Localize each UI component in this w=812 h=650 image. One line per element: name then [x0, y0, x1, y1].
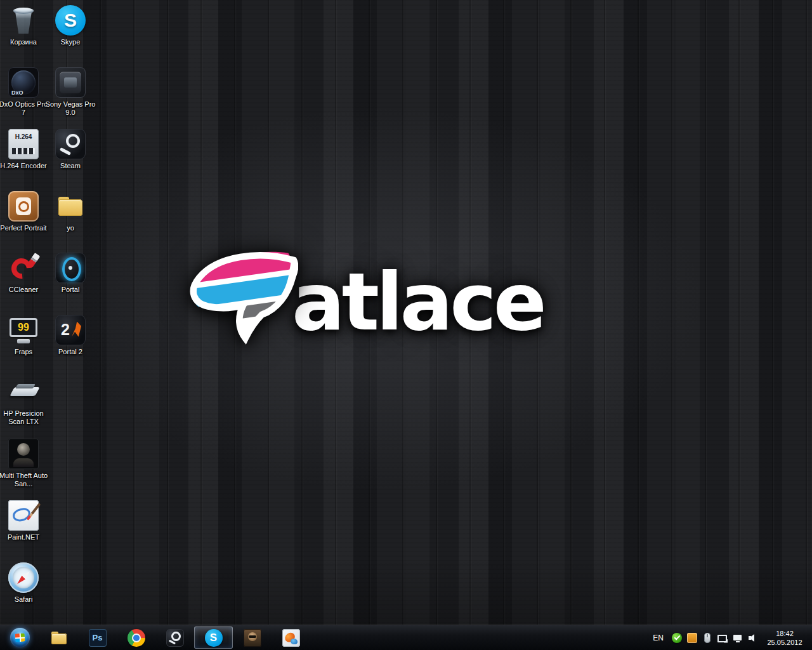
safari-icon: [8, 562, 39, 593]
desktop-icon-portal2[interactable]: 2Portal 2: [47, 311, 94, 373]
desktop-icon-label: Portal 2: [44, 348, 97, 356]
dxo-icon: DxO: [8, 67, 39, 98]
hpscan-icon: [8, 376, 39, 407]
desktop-icon-column-1: КорзинаDxODxO Optics Pro 7H.264H.264 Enc…: [0, 1, 47, 620]
desktop-icon-paintnet[interactable]: Paint.NET: [0, 496, 47, 559]
desktop-icon-label: Sony Vegas Pro 9.0: [44, 100, 97, 117]
skype-glyph: S: [55, 5, 86, 36]
taskbar-button-chrome[interactable]: [117, 625, 155, 650]
atlace-wing-icon: [183, 251, 298, 350]
desktop-icon-steam[interactable]: Steam: [47, 125, 94, 187]
desktop-icon-label: yo: [44, 224, 97, 232]
taskbar-button-avatar[interactable]: [233, 625, 272, 650]
desktop-icon-label: Корзина: [0, 38, 50, 46]
mta-icon: [8, 439, 39, 469]
desktop-icon-label: Steam: [44, 162, 97, 170]
taskbar-buttons: PsS: [39, 625, 310, 650]
desktop-icon-ccleaner[interactable]: CCleaner: [0, 249, 47, 311]
skype-icon: S: [55, 5, 86, 36]
desktop-icon-h264[interactable]: H.264H.264 Encoder: [0, 125, 47, 187]
taskbar-clock[interactable]: 18:42 25.05.2012: [764, 629, 806, 647]
desktop-icon-dxo[interactable]: DxODxO Optics Pro 7: [0, 63, 47, 126]
tray-icons: [672, 633, 758, 643]
desktop-icon-vegas[interactable]: Sony Vegas Pro 9.0: [47, 63, 94, 126]
desktop-icon-yofolder[interactable]: yo: [47, 187, 94, 249]
desktop-icon-label: DxO Optics Pro 7: [0, 100, 50, 117]
taskbar-button-steam[interactable]: [155, 625, 194, 650]
mouse-settings-icon[interactable]: [704, 633, 710, 643]
desktop-icon-label: Perfect Portrait: [0, 224, 50, 232]
antivirus-check-icon[interactable]: [672, 633, 682, 643]
atlace-logo-text: atlace: [292, 263, 544, 342]
yofolder-icon: [55, 191, 86, 222]
desktop-icon-skype[interactable]: SSkype: [47, 1, 94, 63]
clock-date: 25.05.2012: [767, 638, 802, 647]
avatar-icon: [244, 629, 261, 647]
portal-icon: [55, 253, 86, 283]
h264-glyph: H.264: [8, 129, 39, 159]
portal2-glyph: 2: [55, 315, 86, 345]
desktop-icon-label: Portal: [44, 286, 97, 294]
taskbar: PsS EN 18:42 25.05.2012: [0, 625, 812, 650]
perfect-icon: [8, 191, 39, 222]
vegas-icon: [55, 67, 86, 98]
desktop-icon-perfect[interactable]: Perfect Portrait: [0, 187, 47, 249]
taskbar-button-explorer[interactable]: [39, 625, 78, 650]
volume-icon[interactable]: [748, 633, 758, 643]
recycle-icon: [8, 5, 39, 36]
dxo-glyph: DxO: [8, 67, 39, 98]
taskbar-button-skype[interactable]: S: [194, 627, 233, 649]
desktop-icon-label: H.264 Encoder: [0, 162, 50, 170]
display-icon[interactable]: [733, 633, 743, 643]
windows-start-orb-icon: [10, 628, 30, 647]
chrome-icon: [128, 629, 145, 647]
fraps-icon: 99: [8, 315, 39, 345]
taskbar-button-graphics[interactable]: [272, 625, 310, 650]
ccleaner-icon: [8, 253, 39, 283]
system-tray: EN 18:42 25.05.2012: [646, 625, 812, 650]
network-icon[interactable]: [717, 633, 728, 643]
graphics-icon: [282, 629, 300, 647]
desktop-icon-fraps[interactable]: 99Fraps: [0, 311, 47, 373]
desktop-icon-column-2: SSkypeSony Vegas Pro 9.0SteamyoPortal2Po…: [47, 1, 94, 620]
language-indicator[interactable]: EN: [650, 632, 666, 644]
skype-glyph: S: [205, 629, 223, 647]
taskbar-button-photoshop[interactable]: Ps: [78, 625, 117, 650]
desktop-icon-label: CCleaner: [0, 286, 50, 294]
desktop-icon-label: Safari: [0, 595, 50, 604]
updater-icon[interactable]: [687, 633, 697, 643]
desktop-icon-hpscan[interactable]: HP Presicion Scan LTX: [0, 373, 47, 435]
desktop-icon-label: Fraps: [0, 348, 50, 356]
desktop-icon-label: Multi Theft Auto San...: [0, 472, 50, 488]
desktop-icon-portal[interactable]: Portal: [47, 249, 94, 311]
desktop-icon-recycle[interactable]: Корзина: [0, 1, 47, 63]
skype-icon: S: [205, 629, 223, 647]
fraps-glyph: 99: [8, 315, 39, 345]
portal2-icon: 2: [55, 315, 86, 345]
clock-time: 18:42: [776, 629, 794, 638]
desktop-icon-grid: КорзинаDxODxO Optics Pro 7H.264H.264 Enc…: [0, 1, 94, 620]
photoshop-icon: Ps: [89, 629, 107, 647]
desktop-icon-label: Skype: [44, 38, 97, 46]
explorer-icon: [50, 629, 68, 647]
start-button[interactable]: [0, 625, 39, 650]
desktop-icon-mta[interactable]: Multi Theft Auto San...: [0, 435, 47, 497]
desktop-icon-safari[interactable]: Safari: [0, 559, 47, 621]
wallpaper-atlace-logo: atlace: [183, 251, 544, 350]
steam-icon: [166, 629, 184, 647]
steam-icon: [55, 129, 86, 159]
photoshop-glyph: Ps: [89, 629, 107, 647]
h264-icon: H.264: [8, 129, 39, 159]
desktop-icon-label: Paint.NET: [0, 533, 50, 541]
paintnet-icon: [8, 500, 39, 531]
desktop-icon-label: HP Presicion Scan LTX: [0, 409, 50, 426]
